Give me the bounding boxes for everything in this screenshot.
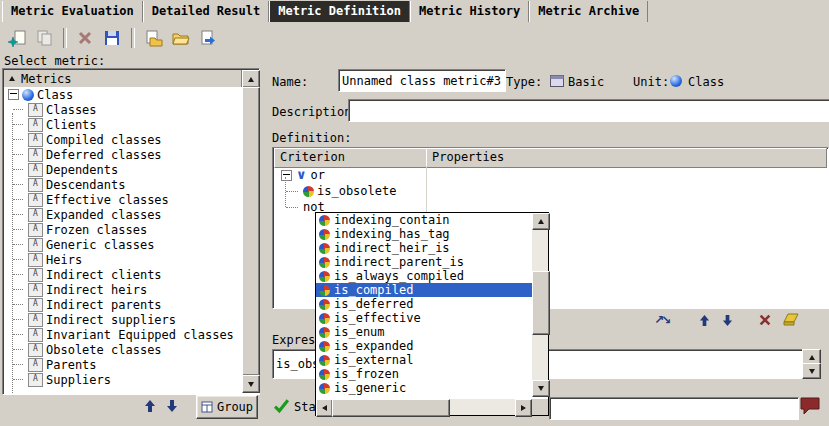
metric-tree-item[interactable]: Classes (13, 102, 242, 117)
criterion-option[interactable]: is_enum (316, 325, 532, 339)
criterion-option[interactable]: is_always_compiled (316, 269, 532, 283)
move-criterion-down-button[interactable] (716, 308, 738, 332)
criterion-option[interactable]: is_deferred (316, 297, 532, 311)
criterion-option[interactable]: is_compiled (316, 283, 532, 297)
criterion-option-label: is_compiled (334, 283, 413, 297)
group-button-label: Group (217, 400, 253, 414)
metric-tree-item[interactable]: Indirect heirs (13, 282, 242, 297)
scrollbar-corner (532, 399, 548, 415)
criterion-option[interactable]: is_generic (316, 381, 532, 395)
metric-tree-item[interactable]: Descendants (13, 177, 242, 192)
metric-name: Suppliers (46, 373, 111, 387)
metric-tree-item[interactable]: Compiled classes (13, 132, 242, 147)
delete-criterion-button[interactable] (753, 308, 777, 332)
tab[interactable]: Metric History (410, 1, 529, 22)
dropdown-horizontal-scrollbar[interactable] (316, 399, 532, 415)
delete-criterion-icon (758, 313, 772, 327)
criterion-option[interactable]: is_frozen (316, 367, 532, 381)
criterion-option[interactable]: is_expanded (316, 339, 532, 353)
metric-tree-item[interactable]: Frozen classes (13, 222, 242, 237)
criterion-option-label: is_external (334, 353, 413, 367)
unit-value: Class (688, 75, 724, 89)
move-metric-up-button[interactable] (140, 396, 160, 416)
metric-tree-item[interactable]: Expanded classes (13, 207, 242, 222)
move-criterion-up-button[interactable] (693, 308, 715, 332)
criterion-option[interactable]: indirect_heir_is (316, 241, 532, 255)
metric-tree-root[interactable]: Class (4, 87, 242, 102)
tab[interactable]: Detailed Result (143, 1, 269, 22)
criterion-row-is-obsolete[interactable]: is_obsolete (273, 183, 828, 199)
properties-column-header[interactable]: Properties (426, 148, 827, 168)
tab[interactable]: Metric Archive (529, 1, 648, 22)
scroll-down-button[interactable] (802, 363, 821, 379)
move-up-icon (144, 399, 156, 413)
group-button[interactable]: Group (196, 395, 258, 419)
comment-icon[interactable] (799, 396, 821, 416)
metric-name: Dependents (46, 163, 118, 177)
metric-tree-item[interactable]: Indirect suppliers (13, 312, 242, 327)
criterion-row-or[interactable]: ∨ or (273, 167, 828, 183)
criterion-option-label: indirect_parent_is (334, 255, 464, 269)
save-metric-button[interactable] (99, 26, 125, 50)
criterion-column-header[interactable]: Criterion (274, 148, 433, 168)
metric-tree-item[interactable]: Indirect parents (13, 297, 242, 312)
move-down-icon (722, 314, 733, 327)
clear-definition-button[interactable] (778, 308, 804, 332)
import-metrics-button[interactable] (140, 26, 166, 50)
criterion-option[interactable]: is_effective (316, 311, 532, 325)
tree-connector (13, 319, 23, 320)
remove-metric-button[interactable] (72, 26, 98, 50)
scroll-right-button[interactable] (515, 399, 532, 417)
scroll-up-button[interactable] (242, 70, 260, 88)
metric-icon (28, 208, 43, 222)
tab[interactable]: Metric Evaluation (2, 1, 143, 22)
metric-tree-item[interactable]: Deferred classes (13, 147, 242, 162)
scroll-down-button[interactable] (532, 380, 550, 397)
scroll-up-button[interactable] (532, 213, 550, 230)
scroll-left-button[interactable] (316, 399, 333, 417)
tree-connector (13, 169, 23, 170)
new-metric-button[interactable] (4, 26, 30, 50)
swap-criteria-button[interactable]: ↗↘ (646, 308, 676, 332)
criterion-option[interactable]: is_external (316, 353, 532, 367)
tree-connector (13, 109, 23, 110)
metric-tree-item[interactable]: Obsolete classes (13, 342, 242, 357)
criterion-option[interactable]: indexing_contain (316, 213, 532, 227)
tree-connector (13, 379, 23, 380)
tree-column-header[interactable]: Metrics (4, 70, 242, 88)
move-metric-down-button[interactable] (162, 396, 182, 416)
tab[interactable]: Metric Definition (269, 1, 410, 22)
metric-name: Effective classes (46, 193, 169, 207)
metric-tree-item[interactable]: Suppliers (13, 372, 242, 387)
tree-connector (13, 259, 23, 260)
status-detail-field[interactable] (549, 397, 799, 420)
dropdown-vertical-scrollbar[interactable] (532, 213, 548, 397)
metric-icon (28, 373, 43, 387)
scroll-down-button[interactable] (242, 375, 260, 393)
remove-metric-icon (76, 29, 94, 47)
metric-tree-item[interactable]: Dependents (13, 162, 242, 177)
metric-tree-item[interactable]: Parents (13, 357, 242, 372)
open-metrics-file-button[interactable] (167, 26, 193, 50)
criterion-option[interactable]: indexing_has_tag (316, 227, 532, 241)
collapse-icon[interactable] (281, 170, 292, 181)
metric-tree-item[interactable]: Clients (13, 117, 242, 132)
criterion-label: or (311, 168, 325, 182)
metric-tree-item[interactable]: Effective classes (13, 192, 242, 207)
metric-tree-item[interactable]: Indirect clients (13, 267, 242, 282)
class-unit-icon (670, 75, 682, 87)
scrollbar-thumb[interactable] (332, 399, 450, 417)
duplicate-metric-button[interactable] (31, 26, 57, 50)
scrollbar-thumb[interactable] (532, 271, 550, 335)
metric-tree-item[interactable]: Heirs (13, 252, 242, 267)
name-input[interactable] (338, 69, 506, 92)
scrollbar-thumb[interactable] (242, 87, 260, 376)
metric-tree-item[interactable]: Invariant Equipped classes (13, 327, 242, 342)
criterion-option[interactable]: indirect_parent_is (316, 255, 532, 269)
tree-vertical-scrollbar[interactable] (242, 70, 258, 393)
export-metrics-button[interactable] (194, 26, 220, 50)
metric-tree-item[interactable]: Generic classes (13, 237, 242, 252)
collapse-icon[interactable] (8, 89, 19, 100)
metric-icon (28, 283, 43, 297)
description-input[interactable] (348, 99, 829, 122)
